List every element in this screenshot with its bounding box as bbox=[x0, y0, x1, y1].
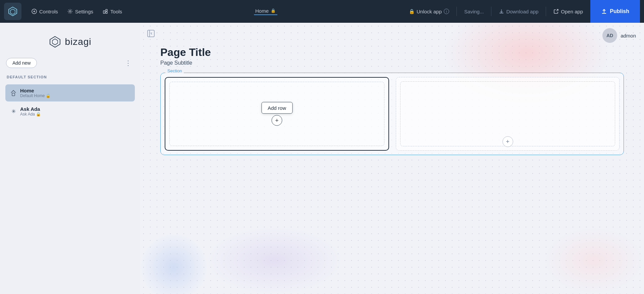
page-title: Page Title bbox=[160, 46, 624, 59]
sidebar: bizagi Add new ⋮ DEFAULT SECTION Home bbox=[0, 23, 140, 294]
nav-item-home-title: Home bbox=[20, 88, 51, 93]
lock-icon: 🔒 bbox=[409, 9, 415, 14]
open-label: Open app bbox=[561, 9, 583, 14]
snowflake-icon: ✳ bbox=[10, 108, 17, 115]
more-button[interactable]: ⋮ bbox=[122, 58, 134, 68]
sidebar-logo-text: bizagi bbox=[65, 36, 91, 47]
tools-button[interactable]: Tools bbox=[98, 6, 127, 17]
blob-lavender bbox=[207, 227, 341, 294]
svg-point-5 bbox=[69, 11, 71, 12]
settings-label: Settings bbox=[75, 9, 93, 14]
sidebar-logo-area: bizagi bbox=[5, 29, 135, 52]
section-label-top: Section bbox=[165, 68, 184, 73]
canvas-col-2[interactable]: + bbox=[396, 77, 620, 151]
nav-item-askada-title: Ask Ada bbox=[20, 106, 41, 112]
svg-rect-9 bbox=[499, 13, 503, 13]
section-label: DEFAULT SECTION bbox=[5, 75, 135, 79]
add-new-label: Add new bbox=[12, 60, 31, 66]
nav-item-askada-subtitle: Ask Ada 🔒 bbox=[20, 112, 41, 117]
user-area: AD admon bbox=[602, 28, 636, 43]
download-button[interactable]: Download app bbox=[494, 6, 543, 17]
add-row-label: Add row bbox=[261, 102, 292, 114]
sidebar-actions: Add new ⋮ bbox=[5, 58, 135, 68]
open-app-button[interactable]: Open app bbox=[549, 6, 588, 17]
app-logo bbox=[4, 3, 21, 20]
add-row-popup: Add row + bbox=[261, 102, 292, 126]
svg-marker-10 bbox=[50, 36, 60, 47]
svg-marker-11 bbox=[52, 39, 58, 45]
page-subtitle: Page Subtitle bbox=[160, 60, 624, 66]
col-2-plus-icon: + bbox=[506, 138, 509, 145]
publish-button[interactable]: Publish bbox=[590, 0, 640, 23]
controls-label: Controls bbox=[39, 9, 58, 14]
publish-label: Publish bbox=[610, 8, 629, 14]
svg-rect-12 bbox=[12, 93, 15, 96]
unlock-button[interactable]: 🔒 Unlock app i bbox=[404, 6, 454, 17]
section-inner: Add row + + bbox=[165, 77, 620, 151]
nav-items: Home Default Home 🔒 ✳ Ask Ada Ask Ada 🔒 bbox=[5, 84, 135, 120]
nav-item-home[interactable]: Home Default Home 🔒 bbox=[5, 84, 135, 101]
tools-label: Tools bbox=[110, 9, 122, 14]
unlock-label: Unlock app bbox=[417, 9, 442, 14]
canvas-area: AD admon Page Title Page Subtitle Sectio… bbox=[140, 23, 644, 294]
nav-item-askada-content: Ask Ada Ask Ada 🔒 bbox=[20, 106, 41, 117]
user-name: admon bbox=[621, 33, 636, 39]
home-lock-icon: 🔒 bbox=[271, 8, 276, 13]
svg-rect-8 bbox=[106, 12, 107, 13]
topnav: Controls Settings Tools Home 🔒 🔒 Unlock … bbox=[0, 0, 644, 23]
plus-icon: + bbox=[275, 117, 279, 124]
user-initials: AD bbox=[606, 33, 613, 38]
controls-button[interactable]: Controls bbox=[27, 6, 63, 17]
canvas-col-1[interactable]: Add row + bbox=[165, 77, 389, 151]
page-content: Page Title Page Subtitle Section Add row… bbox=[160, 46, 624, 155]
add-new-button[interactable]: Add new bbox=[6, 58, 37, 68]
divider-1 bbox=[457, 7, 457, 16]
home-underline bbox=[254, 14, 277, 15]
svg-marker-1 bbox=[10, 9, 15, 14]
col-2-plus-button[interactable]: + bbox=[502, 136, 513, 147]
add-row-circle-button[interactable]: + bbox=[272, 115, 282, 126]
divider-3 bbox=[546, 7, 546, 16]
home-nav[interactable]: Home 🔒 bbox=[254, 8, 277, 15]
topnav-right: 🔒 Unlock app i Saving... Download app Op… bbox=[404, 6, 588, 17]
main-layout: bizagi Add new ⋮ DEFAULT SECTION Home bbox=[0, 23, 644, 294]
saving-status: Saving... bbox=[460, 6, 488, 17]
collapse-sidebar-button[interactable] bbox=[146, 28, 156, 39]
section-container: Section Add row + bbox=[160, 73, 624, 155]
topnav-center: Home 🔒 bbox=[127, 8, 404, 15]
nav-item-home-content: Home Default Home 🔒 bbox=[20, 88, 51, 98]
svg-rect-7 bbox=[106, 9, 107, 11]
nav-item-home-subtitle: Default Home 🔒 bbox=[20, 93, 51, 98]
askada-lock-icon: 🔒 bbox=[36, 112, 41, 117]
download-label: Download app bbox=[506, 9, 538, 14]
svg-rect-6 bbox=[103, 11, 105, 13]
sidebar-logo: bizagi bbox=[49, 35, 91, 48]
divider-2 bbox=[491, 7, 491, 16]
home-label: Home bbox=[255, 8, 269, 14]
blob-pink2 bbox=[543, 227, 644, 294]
settings-button[interactable]: Settings bbox=[63, 6, 98, 17]
home-item-lock-icon: 🔒 bbox=[46, 93, 51, 98]
nav-item-askada[interactable]: ✳ Ask Ada Ask Ada 🔒 bbox=[5, 103, 135, 120]
more-icon: ⋮ bbox=[125, 59, 131, 67]
info-icon: i bbox=[444, 9, 449, 14]
blob-blue bbox=[140, 234, 207, 294]
user-avatar: AD bbox=[602, 28, 617, 43]
